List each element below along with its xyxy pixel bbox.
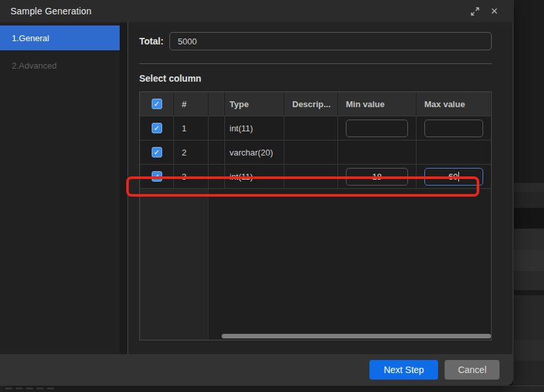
background-band <box>514 191 544 208</box>
expand-icon[interactable] <box>466 3 483 20</box>
row-max-cell: 60 <box>416 165 491 188</box>
table-header-row: ✓ # Type Descrip... Min value Max value <box>140 92 491 116</box>
sidebar-item-label: 2.Advanced <box>12 61 57 71</box>
background-band <box>514 271 544 290</box>
max-value-input[interactable] <box>424 120 483 137</box>
screen: Sample Generation × 1.General 2.Advanced <box>0 0 544 392</box>
horizontal-scrollbar[interactable] <box>222 334 491 338</box>
text-cursor <box>458 172 459 182</box>
row-checkbox-cell: ✓ <box>140 165 174 188</box>
row-max-cell <box>416 140 491 164</box>
max-value-input-focused[interactable]: 60 <box>424 168 483 186</box>
total-input[interactable] <box>169 32 492 50</box>
background-band <box>514 208 544 229</box>
header-min-value: Min value <box>338 92 416 116</box>
sidebar-item-general[interactable]: 1.General <box>0 25 120 50</box>
dialog-titlebar: Sample Generation × <box>0 0 513 22</box>
background-band <box>514 0 544 183</box>
sidebar-divider <box>120 22 128 354</box>
sidebar-item-advanced[interactable]: 2.Advanced <box>0 53 120 78</box>
row-description <box>284 140 338 164</box>
close-icon[interactable]: × <box>486 3 503 20</box>
table-row: ✓ 3 int(11) 18 60 <box>140 165 491 189</box>
row-num: 1 <box>174 116 209 140</box>
total-row: Total: <box>139 31 492 51</box>
header-type: Type <box>222 92 284 116</box>
header-checkbox-cell: ✓ <box>140 92 174 116</box>
row-description <box>284 165 338 188</box>
background-strip <box>0 385 544 392</box>
row-type: int(11) <box>222 116 284 140</box>
sidebar: 1.General 2.Advanced <box>0 22 120 354</box>
row-checkbox[interactable]: ✓ <box>152 123 162 133</box>
table-row: ✓ 1 int(11) <box>140 116 491 140</box>
general-panel: Total: Select column ✓ # Type Descrip... <box>128 22 513 354</box>
header-description: Descrip... <box>284 92 338 116</box>
fixed-column-shade <box>140 189 209 340</box>
header-num: # <box>174 92 209 116</box>
background-band <box>514 340 544 361</box>
background-band <box>514 250 544 271</box>
total-label: Total: <box>139 36 163 46</box>
cancel-button[interactable]: Cancel <box>445 360 500 380</box>
header-max-value: Max value <box>416 92 491 116</box>
sidebar-item-label: 1.General <box>12 33 49 43</box>
background-artifact <box>16 387 23 389</box>
row-description <box>284 116 338 140</box>
min-value-input[interactable] <box>346 120 408 137</box>
row-min-cell: 18 <box>338 165 416 188</box>
select-column-title: Select column <box>139 73 492 84</box>
background-artifact <box>26 387 33 389</box>
row-type: varchar(20) <box>222 140 284 164</box>
background-artifact <box>47 387 54 389</box>
row-checkbox[interactable]: ✓ <box>152 171 162 182</box>
min-value-text: 18 <box>372 172 381 182</box>
max-value-text: 60 <box>449 172 458 182</box>
next-step-button[interactable]: Next Step <box>369 360 438 380</box>
row-checkbox-cell: ✓ <box>140 140 174 164</box>
background-artifact <box>5 387 12 389</box>
background-band <box>514 229 544 250</box>
row-num: 3 <box>174 165 209 188</box>
section-divider <box>139 63 492 64</box>
row-num: 2 <box>174 140 209 164</box>
dialog-title: Sample Generation <box>10 6 92 16</box>
dialog-body: 1.General 2.Advanced Total: Select colum… <box>0 22 513 354</box>
row-checkbox-cell: ✓ <box>140 116 174 140</box>
row-type: int(11) <box>222 165 284 188</box>
background-band <box>514 290 544 295</box>
background-artifact <box>37 387 44 389</box>
table-row: ✓ 2 varchar(20) <box>140 140 491 165</box>
column-table: ✓ # Type Descrip... Min value Max value … <box>139 91 492 340</box>
background-app <box>513 0 544 392</box>
sample-generation-dialog: Sample Generation × 1.General 2.Advanced <box>0 0 513 385</box>
row-min-cell <box>338 140 416 164</box>
select-all-checkbox[interactable]: ✓ <box>152 99 162 109</box>
background-band <box>514 183 544 191</box>
background-band <box>514 295 544 340</box>
min-value-input[interactable]: 18 <box>346 168 408 186</box>
table-empty-area <box>140 189 491 340</box>
row-checkbox[interactable]: ✓ <box>152 147 162 157</box>
row-min-cell <box>338 116 416 140</box>
dialog-footer: Next Step Cancel <box>0 354 513 385</box>
row-max-cell <box>416 116 491 140</box>
